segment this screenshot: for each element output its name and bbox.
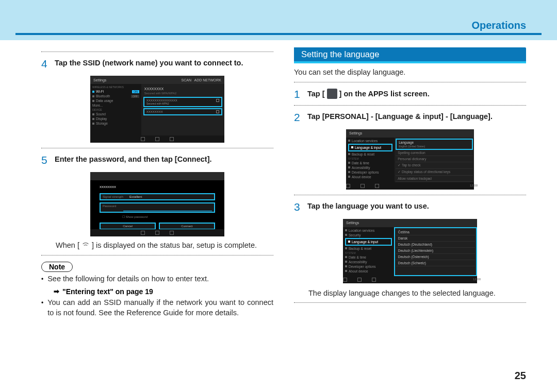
screenshot-wifi-list: SettingsSCAN ADD NETWORK WIRELESS & NETW… (90, 76, 224, 143)
page-title: Operations (471, 20, 526, 31)
step-4: 4 Tap the SSID (network name) you want t… (41, 58, 273, 70)
step-number: 1 (294, 89, 302, 100)
step-number: 3 (294, 201, 302, 213)
step-text: Tap [PERSONAL] - [Language & input] - [L… (307, 112, 493, 123)
content: 4 Tap the SSID (network name) you want t… (41, 47, 526, 373)
settings-icon (327, 89, 337, 99)
step-text: Tap [ ] on the APPS list screen. (307, 89, 430, 100)
step-text: Tap the language you want to use. (307, 201, 429, 213)
step-number: 2 (294, 112, 302, 123)
step-text: Tap the SSID (network name) you want to … (55, 58, 243, 70)
divider (41, 52, 273, 52)
step-number: 5 (41, 155, 50, 166)
step-2: 2 Tap [PERSONAL] - [Language & input] - … (294, 112, 526, 123)
screenshot-wifi-password: xxxxxxxx Signal strengthExcellent Passwo… (90, 172, 224, 236)
section-heading: Setting the language (294, 47, 526, 62)
step-text: Enter the password, and then tap [Connec… (55, 155, 212, 166)
link-entering-text[interactable]: "Entering text" on page 19 (54, 287, 153, 296)
divider (294, 82, 526, 82)
note-label: Note (41, 262, 73, 272)
bullet-1: •See the following for details on how to… (41, 274, 273, 284)
page-number: 25 (515, 370, 526, 382)
divider (41, 255, 273, 255)
left-column: 4 Tap the SSID (network name) you want t… (41, 47, 273, 373)
step-1: 1 Tap [ ] on the APPS list screen. (294, 89, 526, 100)
header-rule (15, 33, 542, 35)
divider (294, 195, 526, 195)
bullet-2: •You can add an SSID manually if the net… (41, 298, 273, 318)
screenshot-language-list: Settings Location services Security Lang… (343, 219, 477, 283)
step-5: 5 Enter the password, and then tap [Conn… (41, 155, 273, 166)
right-column: Setting the language You can set the dis… (294, 47, 526, 373)
divider (41, 148, 273, 148)
screenshot-language-menu: Settings Location services Language & in… (346, 129, 474, 190)
divider (294, 302, 526, 303)
outro-text: The display language changes to the sele… (308, 288, 526, 299)
section-underline (294, 61, 526, 63)
wifi-icon (81, 243, 90, 249)
step-3: 3 Tap the language you want to use. (294, 201, 526, 213)
status-text: When [ ] is displayed on the status bar,… (56, 241, 273, 251)
section-intro: You can set the display language. (294, 67, 526, 78)
divider (294, 105, 526, 106)
step-number: 4 (41, 58, 50, 70)
